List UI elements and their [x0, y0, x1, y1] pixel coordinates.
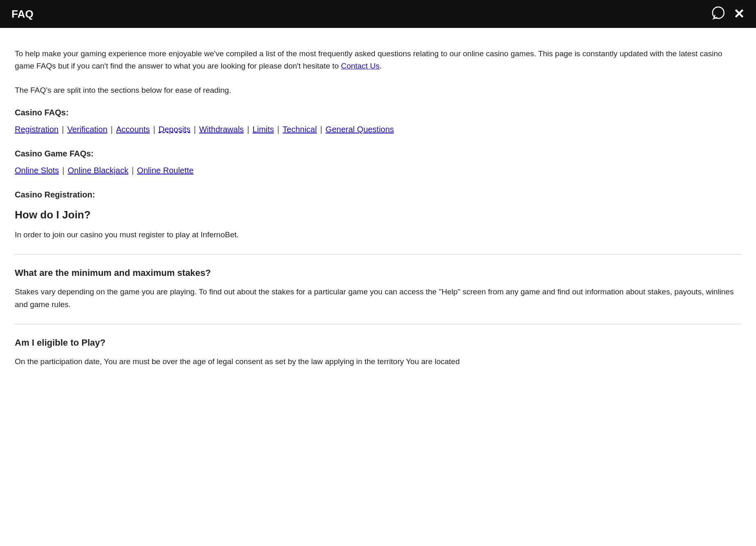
separator-2: |	[111, 125, 113, 134]
faq-question-3: Am I eligible to Play?	[15, 337, 741, 348]
technical-link[interactable]: Technical	[283, 125, 317, 134]
separator-7: |	[320, 125, 322, 134]
faq-answer-3: On the participation date, You are must …	[15, 356, 741, 368]
accounts-link[interactable]: Accounts	[116, 125, 150, 134]
page-title: FAQ	[11, 8, 33, 21]
faq-divider-1	[15, 254, 741, 255]
general-questions-link[interactable]: General Questions	[326, 125, 394, 134]
intro-paragraph: To help make your gaming experience more…	[15, 48, 741, 73]
game-separator-2: |	[132, 166, 134, 175]
chat-icon[interactable]	[711, 6, 725, 22]
deposits-link[interactable]: Deposits	[158, 125, 190, 134]
intro-text-after-link: .	[379, 62, 381, 70]
faq-answer-2: Stakes vary depending on the game you ar…	[15, 286, 741, 311]
split-text: The FAQ's are split into the sections be…	[15, 86, 741, 95]
separator-6: |	[277, 125, 279, 134]
online-roulette-link[interactable]: Online Roulette	[137, 166, 194, 175]
registration-link[interactable]: Registration	[15, 125, 59, 134]
game-separator-1: |	[62, 166, 64, 175]
online-blackjack-link[interactable]: Online Blackjack	[68, 166, 128, 175]
separator-5: |	[247, 125, 249, 134]
separator-1: |	[62, 125, 64, 134]
header-icons: ✕	[711, 6, 745, 22]
limits-link[interactable]: Limits	[253, 125, 274, 134]
faq-answer-1: In order to join our casino you must reg…	[15, 229, 741, 241]
header: FAQ ✕	[0, 0, 756, 28]
separator-3: |	[153, 125, 155, 134]
casino-game-faqs-label: Casino Game FAQs:	[15, 149, 741, 158]
close-icon[interactable]: ✕	[733, 7, 745, 21]
withdrawals-link[interactable]: Withdrawals	[199, 125, 244, 134]
casino-faqs-links: Registration | Verification | Accounts |…	[15, 125, 741, 134]
separator-4: |	[194, 125, 196, 134]
contact-us-link[interactable]: Contact Us	[341, 62, 379, 70]
faq-divider-2	[15, 324, 741, 324]
casino-game-faqs-links: Online Slots | Online Blackjack | Online…	[15, 166, 741, 175]
main-content: To help make your gaming experience more…	[0, 28, 756, 406]
casino-registration-label: Casino Registration:	[15, 190, 741, 200]
online-slots-link[interactable]: Online Slots	[15, 166, 59, 175]
verification-link[interactable]: Verification	[67, 125, 107, 134]
faq-question-1: How do I Join?	[15, 209, 741, 221]
faq-question-2: What are the minimum and maximum stakes?	[15, 268, 741, 278]
casino-faqs-label: Casino FAQs:	[15, 108, 741, 117]
